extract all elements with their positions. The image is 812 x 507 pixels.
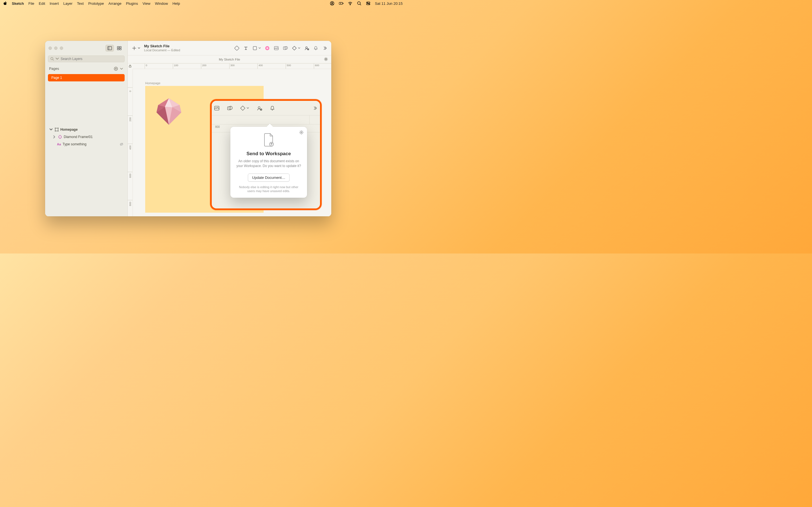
- svg-rect-12: [119, 47, 121, 48]
- lock-icon[interactable]: [129, 64, 132, 68]
- search-input[interactable]: [61, 57, 122, 61]
- svg-point-1: [332, 3, 333, 4]
- svg-rect-14: [119, 48, 121, 50]
- chevron-down-icon[interactable]: [119, 67, 123, 71]
- add-page-icon[interactable]: [114, 67, 118, 71]
- wifi-icon[interactable]: [348, 1, 352, 6]
- image-tool-button[interactable]: [274, 46, 279, 51]
- collaborate-button[interactable]: [257, 105, 262, 111]
- control-center-icon[interactable]: [366, 1, 370, 6]
- create-symbol-button[interactable]: [240, 105, 249, 111]
- notifications-button[interactable]: [269, 105, 275, 111]
- svg-rect-27: [129, 66, 131, 67]
- svg-rect-3: [343, 3, 343, 4]
- sidebar: Pages Page 1 Homepage Diamond Frame/01: [45, 41, 128, 216]
- svg-rect-19: [253, 47, 257, 50]
- menubar-item-edit[interactable]: Edit: [39, 1, 45, 6]
- hidden-icon[interactable]: [119, 142, 123, 146]
- layer-symbol-diamond[interactable]: Diamond Frame/01: [47, 133, 126, 140]
- zoom-window-button[interactable]: [60, 47, 63, 50]
- svg-point-9: [368, 4, 369, 4]
- search-icon[interactable]: [357, 1, 361, 6]
- layer-artboard-homepage[interactable]: Homepage: [47, 126, 126, 133]
- toolbar: My Sketch File Local Document — Edited: [128, 41, 331, 55]
- overflow-button[interactable]: [312, 105, 318, 111]
- chevron-down-icon: [56, 57, 59, 61]
- text-tool-button[interactable]: [243, 46, 248, 51]
- menubar-item-layer[interactable]: Layer: [63, 1, 73, 6]
- search-layers-field[interactable]: [48, 55, 124, 62]
- gear-icon[interactable]: [299, 130, 304, 136]
- zoom-tabbar: [212, 115, 320, 124]
- document-title: My Sketch File: [144, 44, 180, 48]
- insert-button[interactable]: [132, 46, 140, 51]
- menubar-item-prototype[interactable]: Prototype: [88, 1, 104, 6]
- menubar-item-view[interactable]: View: [142, 1, 150, 6]
- vertical-ruler: 0 200 400 600 800: [128, 69, 133, 216]
- menubar-item-plugins[interactable]: Plugins: [126, 1, 138, 6]
- svg-point-26: [325, 59, 326, 60]
- layer-text[interactable]: Aa Type something: [47, 140, 126, 148]
- menubar-item-arrange[interactable]: Arrange: [109, 1, 121, 6]
- mask-tool-button[interactable]: [227, 105, 233, 111]
- horizontal-ruler: 0 100 200 300 400 500 600: [133, 63, 331, 69]
- svg-point-8: [367, 2, 367, 3]
- diamond-graphic[interactable]: [152, 96, 186, 127]
- image-tool-button[interactable]: [214, 105, 220, 111]
- menubar-item-window[interactable]: Window: [155, 1, 168, 6]
- page-item-page1[interactable]: Page 1: [48, 74, 124, 81]
- user-icon[interactable]: [330, 1, 335, 6]
- menubar-item-help[interactable]: Help: [172, 1, 180, 6]
- battery-icon[interactable]: [339, 1, 343, 6]
- close-window-button[interactable]: [49, 47, 52, 50]
- update-document-button[interactable]: Update Document…: [248, 173, 290, 182]
- sidebar-view-toggle: [105, 44, 124, 52]
- menubar-clock[interactable]: Sat 11 Jun 20:15: [375, 1, 403, 6]
- document-title-block[interactable]: My Sketch File Local Document — Edited: [144, 44, 180, 52]
- menubar-item-insert[interactable]: Insert: [50, 1, 59, 6]
- svg-point-24: [306, 47, 307, 48]
- svg-rect-18: [235, 46, 239, 50]
- menubar-app-name[interactable]: Sketch: [12, 1, 24, 6]
- document-upload-icon: [263, 143, 274, 147]
- zoom-toolbar: [212, 101, 320, 115]
- document-tab[interactable]: My Sketch File: [219, 58, 240, 61]
- send-to-workspace-popover: Send to Workspace An older copy of this …: [231, 127, 307, 198]
- popover-body: An older copy of this document exists on…: [236, 159, 301, 168]
- color-tool-button[interactable]: [265, 46, 270, 51]
- components-panel-button[interactable]: [115, 45, 123, 52]
- document-subtitle: Local Document — Edited: [144, 48, 180, 52]
- notifications-button[interactable]: [313, 46, 318, 51]
- svg-point-4: [350, 4, 350, 5]
- symbol-tool-button[interactable]: [234, 46, 239, 51]
- macos-menubar: Sketch File Edit Insert Layer Text Proto…: [0, 0, 406, 7]
- svg-rect-13: [117, 48, 119, 50]
- popover-title: Send to Workspace: [236, 151, 301, 157]
- apple-logo-icon[interactable]: [3, 1, 7, 6]
- text-layer-icon: Aa: [57, 143, 61, 146]
- document-tab-bar: My Sketch File: [128, 55, 331, 63]
- collaborate-button[interactable]: [304, 46, 309, 51]
- create-symbol-button[interactable]: [292, 46, 300, 51]
- svg-rect-17: [55, 128, 58, 131]
- artboard-label[interactable]: Homepage: [145, 81, 160, 85]
- artboard-icon: [55, 128, 59, 131]
- layers-panel-button[interactable]: [105, 45, 114, 52]
- svg-point-43: [301, 132, 302, 133]
- minimize-window-button[interactable]: [54, 47, 57, 50]
- pages-section-header[interactable]: Pages: [45, 64, 128, 73]
- pages-label: Pages: [49, 67, 59, 71]
- page-name: Page 1: [51, 76, 62, 80]
- window-controls: [49, 47, 63, 50]
- symbol-icon: [58, 135, 62, 139]
- settings-icon[interactable]: [324, 57, 328, 62]
- mask-tool-button[interactable]: [283, 46, 288, 51]
- svg-point-41: [258, 107, 260, 108]
- svg-point-20: [265, 46, 269, 50]
- svg-rect-10: [108, 47, 112, 50]
- svg-rect-11: [117, 47, 119, 48]
- menubar-item-file[interactable]: File: [29, 1, 35, 6]
- overflow-button[interactable]: [322, 46, 327, 51]
- menubar-item-text[interactable]: Text: [77, 1, 84, 6]
- frame-tool-button[interactable]: [252, 46, 261, 51]
